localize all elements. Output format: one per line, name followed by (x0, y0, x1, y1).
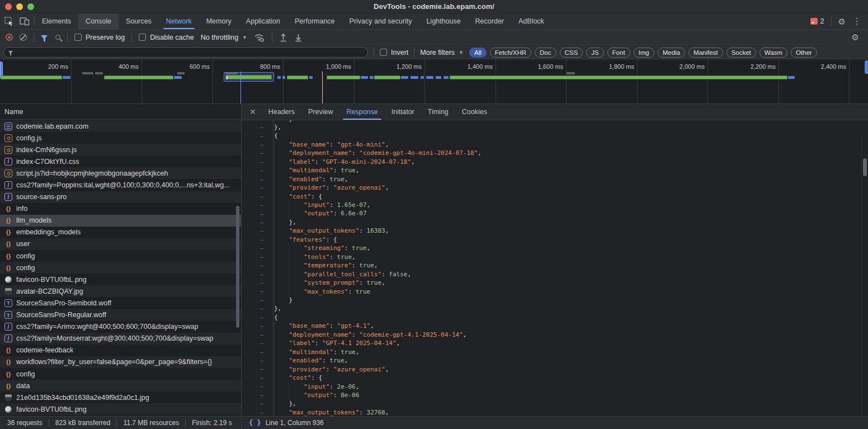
code-fold-marker[interactable]: – (242, 235, 273, 244)
code-fold-marker[interactable]: – (242, 339, 273, 347)
export-har-icon[interactable] (294, 33, 303, 42)
filter-pill-img[interactable]: Img (634, 48, 654, 58)
code-fold-marker[interactable]: – (242, 201, 273, 209)
code-fold-marker[interactable]: – (242, 140, 273, 149)
code-fold-marker[interactable]: – (242, 330, 273, 338)
filter-pill-font[interactable]: Font (607, 48, 630, 58)
code-fold-marker[interactable]: – (242, 218, 273, 227)
record-network-log-button[interactable] (6, 34, 13, 41)
code-fold-marker[interactable]: – (242, 183, 273, 192)
request-row[interactable]: /css2?family=Poppins:ital,wght@0,100;0,3… (0, 179, 241, 191)
preserve-log-control[interactable]: Preserve log (74, 34, 125, 41)
tab-performance[interactable]: Performance (287, 13, 342, 29)
filter-pill-socket[interactable]: Socket (727, 48, 756, 58)
more-filters-dropdown[interactable]: More filters ▼ (420, 49, 464, 56)
code-fold-marker[interactable]: – (242, 287, 273, 295)
import-har-icon[interactable] (279, 33, 287, 42)
details-tab-response[interactable]: Response (339, 104, 384, 120)
code-fold-marker[interactable]: – (242, 123, 273, 131)
filter-textbox[interactable] (3, 47, 368, 58)
request-row[interactable]: {}codemie-feedback (0, 345, 241, 356)
code-fold-marker[interactable]: – (242, 244, 273, 252)
code-fold-marker[interactable]: – (242, 322, 273, 330)
request-row[interactable]: {}config (0, 262, 241, 274)
tab-sources[interactable]: Sources (119, 13, 159, 29)
filter-pill-other[interactable]: Other (791, 48, 817, 58)
code-fold-marker[interactable]: – (242, 313, 273, 322)
code-fold-marker[interactable]: – (242, 192, 273, 200)
request-row[interactable]: 21e0d135b34cbd01638a2e49f9d2a0c1.jpg (0, 392, 241, 403)
search-icon[interactable] (55, 35, 60, 40)
preserve-log-checkbox[interactable] (74, 34, 82, 41)
request-row[interactable]: TSourceSansPro-Semibold.woff (0, 297, 241, 309)
request-row[interactable]: /css2?family=Arimo:wght@400;500;600;700&… (0, 321, 241, 333)
code-fold-marker[interactable]: – (242, 166, 273, 175)
details-tab-cookies[interactable]: Cookies (455, 104, 494, 120)
code-fold-marker[interactable]: – (242, 382, 273, 390)
filter-pill-doc[interactable]: Doc (535, 48, 556, 58)
tab-memory[interactable]: Memory (199, 13, 239, 29)
request-row[interactable]: {}user (0, 238, 241, 250)
code-fold-marker[interactable]: – (242, 408, 273, 416)
request-row[interactable]: {}embeddings_models (0, 227, 241, 238)
code-fold-marker[interactable]: – (242, 131, 273, 140)
tab-network[interactable]: Network (159, 13, 199, 29)
code-fold-marker[interactable]: – (242, 365, 273, 373)
tab-adblock[interactable]: AdBlock (511, 13, 551, 29)
format-braces-icon[interactable]: { } (249, 419, 261, 427)
request-row[interactable]: {}config (0, 250, 241, 262)
filter-pill-css[interactable]: CSS (560, 48, 583, 58)
request-row[interactable]: codemie.lab.epam.com (0, 120, 241, 132)
code-fold-marker[interactable]: – (242, 296, 273, 304)
request-row[interactable]: {}llm_models (0, 215, 241, 227)
code-fold-marker[interactable]: – (242, 304, 273, 313)
code-fold-marker[interactable]: – (242, 391, 273, 399)
filter-toggle-icon[interactable] (41, 35, 48, 39)
request-row[interactable]: {}info (0, 203, 241, 215)
requests-scrollbar-thumb[interactable] (236, 206, 239, 328)
response-scrollbar-thumb[interactable] (863, 158, 867, 176)
network-conditions-icon[interactable] (254, 33, 265, 42)
code-fold-marker[interactable]: – (242, 209, 273, 218)
request-row[interactable]: avatar-BCZBIQAY.jpg (0, 285, 241, 297)
filter-pill-js[interactable]: JS (586, 48, 603, 58)
request-row[interactable]: favicon-BVTU0fbL.png (0, 274, 241, 285)
details-tab-timing[interactable]: Timing (421, 104, 455, 120)
invert-checkbox[interactable] (380, 49, 387, 56)
request-row[interactable]: ( )script.js?id=hobjkcpmjhlegmobgonaagep… (0, 167, 241, 179)
code-fold-marker[interactable]: – (242, 253, 273, 261)
code-fold-marker[interactable]: – (242, 175, 273, 183)
request-row[interactable]: ( )config.js (0, 132, 241, 144)
settings-gear-icon[interactable]: ⚙ (838, 17, 846, 26)
details-tab-preview[interactable]: Preview (301, 104, 339, 120)
clear-network-log-button[interactable] (20, 34, 27, 41)
close-details-icon[interactable]: ✕ (242, 104, 262, 120)
kebab-menu-icon[interactable]: ⋮ (852, 17, 861, 26)
tab-lighthouse[interactable]: Lighthouse (419, 13, 468, 29)
request-row[interactable]: /source-sans-pro (0, 191, 241, 203)
details-tab-initiator[interactable]: Initiator (385, 104, 421, 120)
code-fold-marker[interactable]: – (242, 374, 273, 382)
request-row[interactable]: {}config (0, 368, 241, 380)
code-fold-marker[interactable]: – (242, 279, 273, 287)
code-fold-marker[interactable]: – (242, 356, 273, 365)
code-fold-marker[interactable]: – (242, 227, 273, 235)
tab-recorder[interactable]: Recorder (468, 13, 511, 29)
code-fold-marker[interactable]: – (242, 270, 273, 278)
name-column-header[interactable]: Name (0, 104, 241, 120)
request-row[interactable]: favicon-BVTU0fbL.png (0, 403, 241, 415)
request-row[interactable]: ( )index-CmN6gssn.js (0, 144, 241, 155)
network-settings-gear-icon[interactable]: ⚙ (852, 33, 862, 41)
issues-counter[interactable]: 2 (810, 17, 824, 25)
code-fold-marker[interactable]: – (242, 399, 273, 408)
tab-console[interactable]: Console (78, 13, 119, 29)
inspect-element-icon[interactable] (4, 17, 14, 26)
tab-privacy-and-security[interactable]: Privacy and security (342, 13, 419, 29)
code-fold-marker[interactable]: – (242, 149, 273, 157)
request-row[interactable]: {}data (0, 380, 241, 392)
request-row[interactable]: /css2?family=Montserrat:wght@300;400;500… (0, 333, 241, 345)
details-tab-headers[interactable]: Headers (262, 104, 301, 120)
request-row[interactable]: /index-C7OktYfU.css (0, 155, 241, 167)
code-fold-marker[interactable]: – (242, 347, 273, 356)
filter-pill-media[interactable]: Media (658, 48, 685, 58)
